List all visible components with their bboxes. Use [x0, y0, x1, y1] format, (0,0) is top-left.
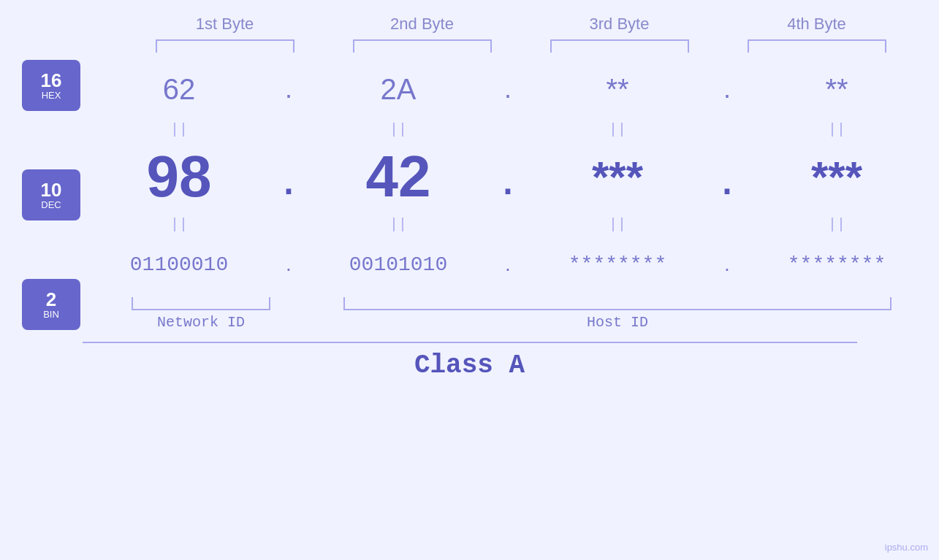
- hex-byte1: 62: [80, 73, 278, 106]
- bin-byte4: ********: [738, 253, 935, 276]
- hex-byte2: 2A: [300, 73, 497, 106]
- dec-byte1: 98: [80, 143, 278, 210]
- eq1-b3: ||: [519, 121, 716, 138]
- main-content: 16 HEX 10 DEC 2 BIN 62 . 2A . **: [0, 60, 939, 331]
- watermark: ipshu.com: [885, 542, 928, 553]
- eq2-b4: ||: [738, 216, 935, 233]
- bin-byte2: 00101010: [300, 253, 497, 276]
- dec-dot1: .: [278, 147, 300, 206]
- equals-row-2: || || || ||: [80, 213, 935, 235]
- hex-byte4: **: [738, 73, 935, 106]
- byte2-label: 2nd Byte: [324, 15, 521, 34]
- host-id-label: Host ID: [587, 314, 648, 331]
- byte4-label: 4th Byte: [718, 15, 916, 34]
- bracket-top-2: [324, 39, 521, 53]
- eq2-b1: ||: [80, 216, 278, 233]
- hex-values-row: 62 . 2A . ** . **: [80, 60, 935, 118]
- eq1-b4: ||: [738, 121, 935, 138]
- bracket-top-4: [718, 39, 916, 53]
- dec-byte2: 42: [300, 143, 497, 210]
- eq2-b3: ||: [519, 216, 716, 233]
- main-container: 1st Byte 2nd Byte 3rd Byte 4th Byte 16 H…: [0, 0, 939, 560]
- hex-dot1: .: [278, 74, 300, 104]
- dec-byte4: ***: [738, 152, 935, 202]
- network-id-label: Network ID: [157, 314, 245, 331]
- bottom-brackets-area: Network ID Host ID: [80, 297, 935, 331]
- bracket-top-1: [126, 39, 324, 53]
- network-id-bracket-wrap: Network ID: [102, 297, 300, 331]
- class-label: Class A: [414, 350, 525, 380]
- equals-row-1: || || || ||: [80, 118, 935, 140]
- hex-byte3: **: [519, 73, 716, 106]
- dec-badge: 10 DEC: [22, 169, 80, 220]
- bracket-top-3: [521, 39, 718, 53]
- class-area: Class A: [0, 342, 939, 380]
- hex-badge: 16 HEX: [22, 60, 80, 111]
- byte3-label: 3rd Byte: [521, 15, 718, 34]
- bin-byte1: 01100010: [80, 253, 278, 276]
- dec-byte3: ***: [519, 152, 716, 202]
- dec-dot2: .: [497, 147, 519, 206]
- bin-byte3: ********: [519, 253, 716, 276]
- bin-values-row: 01100010 . 00101010 . ******** . *******…: [80, 235, 935, 294]
- byte-labels-row: 1st Byte 2nd Byte 3rd Byte 4th Byte: [0, 15, 939, 34]
- bin-badge: 2 BIN: [22, 279, 80, 330]
- dec-values-row: 98 . 42 . *** . ***: [80, 140, 935, 213]
- bin-dot1: .: [278, 253, 300, 276]
- network-id-bracket: [132, 297, 270, 310]
- byte1-label: 1st Byte: [126, 15, 324, 34]
- data-area: 62 . 2A . ** . ** || || || || 98: [80, 60, 935, 331]
- base-labels-column: 16 HEX 10 DEC 2 BIN: [22, 60, 80, 330]
- hex-dot2: .: [497, 74, 519, 104]
- host-id-bracket: [343, 297, 892, 310]
- class-bracket-line: [83, 342, 857, 343]
- dec-dot3: .: [716, 147, 738, 206]
- eq1-b1: ||: [80, 121, 278, 138]
- top-brackets-row: [0, 39, 939, 53]
- eq2-b2: ||: [300, 216, 497, 233]
- eq1-b2: ||: [300, 121, 497, 138]
- bin-dot2: .: [497, 253, 519, 276]
- bin-dot3: .: [716, 253, 738, 276]
- hex-dot3: .: [716, 74, 738, 104]
- host-id-bracket-wrap: Host ID: [322, 297, 913, 331]
